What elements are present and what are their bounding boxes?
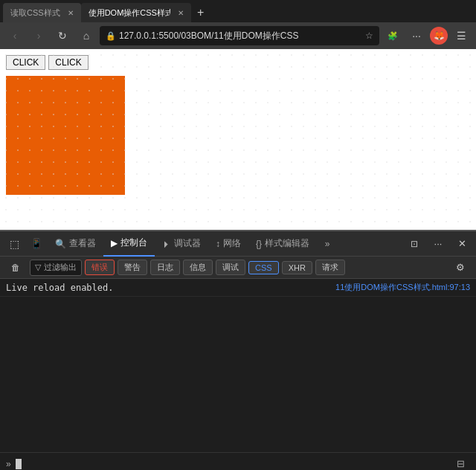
debugger-label: 调试器 bbox=[174, 237, 201, 250]
filter-log-button[interactable]: 日志 bbox=[150, 260, 180, 275]
tab-2-close[interactable]: ✕ bbox=[178, 9, 184, 17]
filter-info-button[interactable]: 信息 bbox=[183, 260, 213, 275]
tab-2[interactable]: 使用DOM操作CSS样式 ✕ bbox=[81, 3, 191, 22]
filter-warning-button[interactable]: 警告 bbox=[118, 260, 147, 275]
tab-1[interactable]: 读取CSS样式 ✕ bbox=[3, 3, 81, 22]
devtools-tab-debugger[interactable]: ⏵ 调试器 bbox=[155, 231, 208, 257]
filter-error-button[interactable]: 错误 bbox=[85, 260, 115, 275]
button-row: CLICK CLICK bbox=[6, 55, 470, 70]
devtools-tab-inspector[interactable]: 🔍 查看器 bbox=[48, 231, 103, 257]
console-cursor bbox=[16, 459, 22, 469]
console-content: Live reload enabled. 11使用DOM操作CSS样式.html… bbox=[0, 279, 476, 452]
inspector-icon: 🔍 bbox=[55, 239, 66, 249]
profile-avatar[interactable]: 🦊 bbox=[430, 27, 448, 45]
click-button-2[interactable]: CLICK bbox=[48, 55, 88, 70]
page-content: CLICK CLICK bbox=[0, 49, 476, 230]
devtools-panel: ⬚ 📱 🔍 查看器 ▶ 控制台 ⏵ 调试器 ↕ 网络 {} 样式编辑器 » ⊡ … bbox=[0, 230, 476, 470]
devtools-tab-console[interactable]: ▶ 控制台 bbox=[103, 231, 155, 257]
bookmark-icon[interactable]: ☆ bbox=[365, 30, 373, 41]
refresh-button[interactable]: ↻ bbox=[52, 25, 73, 46]
tab-1-label: 读取CSS样式 bbox=[10, 7, 60, 19]
devtools-tab-network[interactable]: ↕ 网络 bbox=[208, 231, 248, 257]
console-sidebar-button[interactable]: ⊟ bbox=[451, 454, 470, 471]
click-button-1[interactable]: CLICK bbox=[6, 55, 45, 70]
nav-bar: ‹ › ↻ ⌂ 🔒 127.0.0.1:5500/03BOM/11使用DOM操作… bbox=[0, 22, 476, 49]
log-source[interactable]: 11使用DOM操作CSS样式.html:97:13 bbox=[335, 282, 470, 293]
debugger-icon: ⏵ bbox=[162, 239, 171, 249]
console-log-row: Live reload enabled. 11使用DOM操作CSS样式.html… bbox=[0, 279, 476, 297]
devtools-undock-button[interactable]: ⊡ bbox=[403, 233, 425, 255]
nav-more-button[interactable]: ··· bbox=[406, 25, 427, 46]
tab-2-label: 使用DOM操作CSS样式 bbox=[89, 7, 170, 19]
console-toolbar: 🗑 ▽ 过滤输出 错误 警告 日志 信息 调试 CSS XHR 请求 ⚙ bbox=[0, 257, 476, 279]
console-input-row: » ⊟ bbox=[0, 452, 476, 470]
devtools-ellipsis-button[interactable]: ··· bbox=[427, 233, 449, 255]
filter-request-button[interactable]: 请求 bbox=[315, 260, 345, 275]
devtools-tab-style-editor[interactable]: {} 样式编辑器 bbox=[248, 231, 317, 257]
new-tab-button[interactable]: + bbox=[191, 3, 210, 22]
devtools-responsive-button[interactable]: 📱 bbox=[25, 233, 48, 255]
console-icon: ▶ bbox=[111, 238, 118, 248]
back-button[interactable]: ‹ bbox=[4, 25, 25, 46]
style-label: 样式编辑器 bbox=[265, 237, 309, 250]
orange-box bbox=[6, 76, 125, 195]
address-bar[interactable]: 🔒 127.0.0.1:5500/03BOM/11使用DOM操作CSS ☆ bbox=[100, 26, 379, 45]
devtools-inspect-button[interactable]: ⬚ bbox=[3, 233, 25, 255]
console-filter-input[interactable]: ▽ 过滤输出 bbox=[30, 260, 82, 276]
devtools-more-tabs[interactable]: » bbox=[317, 231, 338, 257]
filter-css-button[interactable]: CSS bbox=[248, 261, 279, 274]
network-icon: ↕ bbox=[216, 239, 220, 249]
filter-xhr-button[interactable]: XHR bbox=[282, 261, 312, 274]
console-label: 控制台 bbox=[120, 236, 147, 249]
console-prompt-icon: » bbox=[6, 459, 11, 469]
url-text: 127.0.0.1:5500/03BOM/11使用DOM操作CSS bbox=[119, 30, 362, 42]
forward-button[interactable]: › bbox=[28, 25, 49, 46]
filter-icon: ▽ bbox=[35, 263, 41, 272]
style-icon: {} bbox=[256, 239, 262, 249]
filter-debug-button[interactable]: 调试 bbox=[216, 260, 245, 275]
devtools-toolbar: ⬚ 📱 🔍 查看器 ▶ 控制台 ⏵ 调试器 ↕ 网络 {} 样式编辑器 » ⊡ … bbox=[0, 231, 476, 257]
network-label: 网络 bbox=[223, 237, 241, 250]
console-settings-button[interactable]: ⚙ bbox=[449, 257, 472, 279]
console-trash-button[interactable]: 🗑 bbox=[4, 257, 27, 279]
nav-menu-button[interactable]: ☰ bbox=[451, 25, 472, 46]
devtools-close-button[interactable]: ✕ bbox=[451, 233, 473, 255]
tab-bar: 读取CSS样式 ✕ 使用DOM操作CSS样式 ✕ + bbox=[0, 0, 476, 22]
inspector-label: 查看器 bbox=[69, 237, 96, 250]
filter-text: 过滤输出 bbox=[44, 262, 77, 273]
devtools-actions: ⊡ ··· ✕ bbox=[403, 233, 473, 255]
tab-1-close[interactable]: ✕ bbox=[68, 9, 74, 17]
log-message: Live reload enabled. bbox=[6, 283, 329, 293]
lock-icon: 🔒 bbox=[106, 31, 116, 41]
extensions-button[interactable]: 🧩 bbox=[382, 25, 403, 46]
home-button[interactable]: ⌂ bbox=[76, 25, 97, 46]
